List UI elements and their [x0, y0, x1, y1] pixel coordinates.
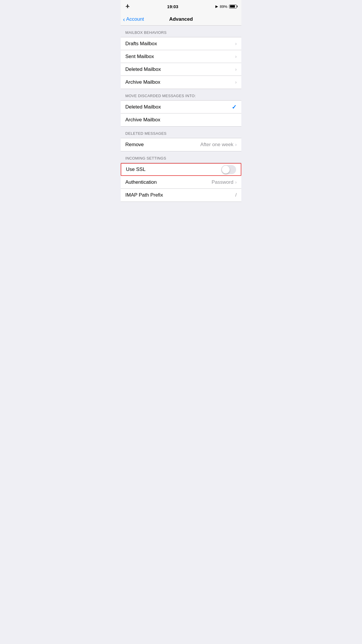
row-imap-path-prefix[interactable]: IMAP Path Prefix /	[121, 189, 241, 202]
checkmark-icon: ✓	[232, 104, 237, 111]
section-header-deleted-messages: DELETED MESSAGES	[121, 127, 241, 138]
row-archive-mailbox[interactable]: Archive Mailbox ›	[121, 76, 241, 89]
section-deleted-messages: DELETED MESSAGES Remove After one week ›	[121, 127, 241, 151]
row-right-move-deleted: ✓	[232, 104, 237, 111]
location-icon: ▶	[215, 4, 218, 8]
row-value-remove: After one week	[200, 142, 233, 148]
chevron-right-icon: ›	[235, 54, 237, 59]
row-label-imap-path-prefix: IMAP Path Prefix	[125, 192, 163, 198]
content: MAILBOX BEHAVIORS Drafts Mailbox › Sent …	[121, 26, 241, 202]
row-label-drafts-mailbox: Drafts Mailbox	[125, 41, 157, 47]
row-use-ssl[interactable]: Use SSL	[121, 163, 241, 176]
row-label-remove: Remove	[125, 142, 144, 148]
row-label-deleted-mailbox: Deleted Mailbox	[125, 66, 161, 72]
row-value-authentication: Password	[212, 179, 233, 185]
row-right-authentication: Password ›	[212, 179, 237, 185]
row-label-move-deleted: Deleted Mailbox	[125, 104, 161, 110]
row-label-sent-mailbox: Sent Mailbox	[125, 54, 154, 60]
status-right: ▶ 89%	[215, 4, 237, 9]
chevron-left-icon: ‹	[123, 16, 125, 22]
section-header-move-discarded: MOVE DISCARDED MESSAGES INTO:	[121, 89, 241, 100]
row-right-drafts-mailbox: ›	[235, 41, 237, 46]
chevron-right-icon: ›	[235, 142, 237, 147]
section-incoming-settings: INCOMING SETTINGS Use SSL Authentication…	[121, 151, 241, 202]
row-right-archive-mailbox: ›	[235, 80, 237, 85]
row-right-imap-path-prefix: /	[235, 192, 237, 198]
battery-indicator	[229, 5, 237, 8]
status-bar: 19:03 ▶ 89%	[121, 0, 241, 13]
row-drafts-mailbox[interactable]: Drafts Mailbox ›	[121, 37, 241, 50]
status-time: 19:03	[167, 4, 178, 9]
row-value-imap-path-prefix: /	[235, 192, 237, 198]
back-button[interactable]: ‹ Account	[123, 16, 144, 22]
row-right-use-ssl	[221, 165, 236, 174]
navigation-bar: ‹ Account Advanced	[121, 13, 241, 26]
battery-percent: 89%	[220, 4, 227, 9]
section-mailbox-behaviors: MAILBOX BEHAVIORS Drafts Mailbox › Sent …	[121, 26, 241, 89]
airplane-icon	[125, 4, 130, 9]
row-sent-mailbox[interactable]: Sent Mailbox ›	[121, 50, 241, 63]
section-group-deleted-messages: Remove After one week ›	[121, 138, 241, 151]
chevron-right-icon: ›	[235, 67, 237, 72]
chevron-right-icon: ›	[235, 180, 237, 185]
page-title: Advanced	[169, 16, 193, 22]
toggle-use-ssl[interactable]	[221, 165, 236, 174]
row-remove[interactable]: Remove After one week ›	[121, 138, 241, 151]
row-label-use-ssl: Use SSL	[126, 167, 145, 172]
section-group-incoming-settings: Use SSL Authentication Password › IMAP P…	[121, 163, 241, 202]
battery-bar	[229, 5, 237, 8]
row-right-remove: After one week ›	[200, 142, 237, 148]
back-label: Account	[126, 16, 144, 22]
row-right-deleted-mailbox: ›	[235, 67, 237, 72]
section-header-mailbox-behaviors: MAILBOX BEHAVIORS	[121, 26, 241, 37]
chevron-right-icon: ›	[235, 80, 237, 85]
section-group-mailbox-behaviors: Drafts Mailbox › Sent Mailbox › Deleted …	[121, 37, 241, 89]
section-group-move-discarded: Deleted Mailbox ✓ Archive Mailbox	[121, 100, 241, 127]
section-move-discarded: MOVE DISCARDED MESSAGES INTO: Deleted Ma…	[121, 89, 241, 127]
status-left	[125, 4, 130, 9]
row-authentication[interactable]: Authentication Password ›	[121, 176, 241, 189]
row-deleted-mailbox[interactable]: Deleted Mailbox ›	[121, 63, 241, 76]
row-move-archive-mailbox[interactable]: Archive Mailbox	[121, 113, 241, 126]
row-right-sent-mailbox: ›	[235, 54, 237, 59]
chevron-right-icon: ›	[235, 41, 237, 46]
row-label-archive-mailbox: Archive Mailbox	[125, 79, 160, 85]
row-label-authentication: Authentication	[125, 179, 157, 185]
row-move-deleted-mailbox[interactable]: Deleted Mailbox ✓	[121, 101, 241, 113]
row-label-move-archive: Archive Mailbox	[125, 117, 160, 123]
battery-fill	[230, 5, 235, 8]
section-header-incoming-settings: INCOMING SETTINGS	[121, 151, 241, 163]
